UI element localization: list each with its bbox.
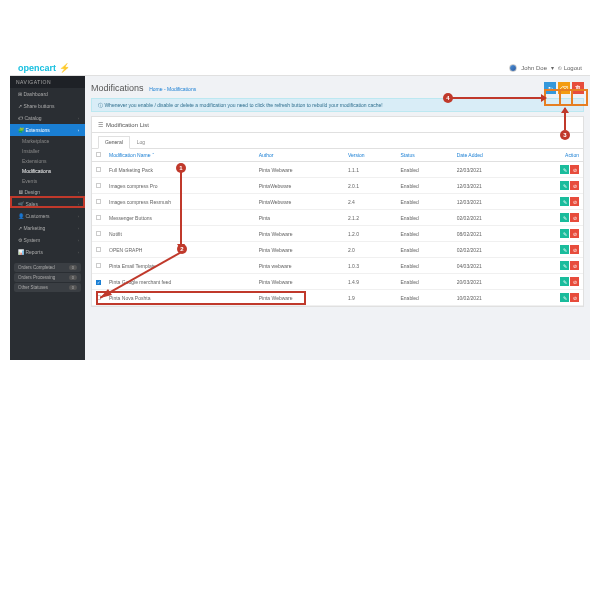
- action-buttons: ↻ ⌫ 🗑: [544, 82, 584, 94]
- row-delete-button[interactable]: ⊘: [570, 261, 579, 270]
- row-delete-button[interactable]: ⊘: [570, 277, 579, 286]
- row-checkbox[interactable]: [96, 295, 101, 300]
- cell-status: Enabled: [397, 258, 453, 274]
- row-delete-button[interactable]: ⊘: [570, 293, 579, 302]
- cell-status: Enabled: [397, 162, 453, 178]
- row-checkbox[interactable]: [96, 215, 101, 220]
- delete-button[interactable]: 🗑: [572, 82, 584, 94]
- sidebar-item-reports[interactable]: 📊 Reports›: [10, 246, 85, 258]
- cell-name: Pinta Google merchant feed: [105, 274, 255, 290]
- main-content: Modifications Home - Modifications ↻ ⌫ 🗑…: [85, 76, 590, 360]
- badge-other[interactable]: Other Statuses0: [14, 283, 81, 292]
- check-all[interactable]: [96, 152, 101, 157]
- logo[interactable]: opencart ⚡: [18, 63, 70, 73]
- user-name[interactable]: John Doe: [521, 65, 547, 71]
- cell-status: Enabled: [397, 194, 453, 210]
- edit-button[interactable]: ✎: [560, 181, 569, 190]
- table-row: ✓ Pinta Google merchant feed Pinta Webwa…: [92, 274, 583, 290]
- row-checkbox[interactable]: [96, 199, 101, 204]
- edit-button[interactable]: ✎: [560, 277, 569, 286]
- cell-author: Pinta Webware: [255, 226, 344, 242]
- sidebar-sub-installer[interactable]: Installer: [10, 146, 85, 156]
- cell-version: 2.0: [344, 242, 397, 258]
- row-checkbox[interactable]: [96, 183, 101, 188]
- sidebar-item-sales[interactable]: 🛒 Sales›: [10, 198, 85, 210]
- avatar[interactable]: [509, 64, 517, 72]
- info-alert: ⓘ Whenever you enable / disable or delet…: [91, 98, 584, 112]
- sidebar-item-dashboard[interactable]: ⊞ Dashboard: [10, 88, 85, 100]
- cell-date: 12/03/2021: [453, 178, 526, 194]
- cell-name: Images compress Pro: [105, 178, 255, 194]
- cell-date: 02/02/2021: [453, 210, 526, 226]
- row-checkbox[interactable]: [96, 247, 101, 252]
- row-checkbox[interactable]: ✓: [96, 280, 101, 285]
- sidebar-sub-marketplace[interactable]: Marketplace: [10, 136, 85, 146]
- col-check: [92, 149, 105, 162]
- edit-button[interactable]: ✎: [560, 213, 569, 222]
- sidebar-item-design[interactable]: 🖥 Design›: [10, 186, 85, 198]
- edit-button[interactable]: ✎: [560, 165, 569, 174]
- cell-name: Images compress Resmush: [105, 194, 255, 210]
- edit-button[interactable]: ✎: [560, 197, 569, 206]
- cell-name: Pinta Email Template: [105, 258, 255, 274]
- table-row: Full Marketing Pack Pinta Webware 1.1.1 …: [92, 162, 583, 178]
- col-author[interactable]: Author: [255, 149, 344, 162]
- edit-button[interactable]: ✎: [560, 293, 569, 302]
- nav-header: NAVIGATION: [10, 76, 85, 88]
- sidebar-item-customers[interactable]: 👤 Customers›: [10, 210, 85, 222]
- badge-processing[interactable]: Orders Processing0: [14, 273, 81, 282]
- cell-author: Pinta webware: [255, 258, 344, 274]
- cell-version: 1.2.0: [344, 226, 397, 242]
- cell-version: 2.1.2: [344, 210, 397, 226]
- row-checkbox[interactable]: [96, 231, 101, 236]
- row-checkbox[interactable]: [96, 167, 101, 172]
- col-action: Action: [525, 149, 583, 162]
- col-date[interactable]: Date Added: [453, 149, 526, 162]
- bc-home[interactable]: Home: [149, 86, 162, 92]
- panel-header: ☰ Modification List: [92, 117, 583, 133]
- cell-author: Pinta: [255, 210, 344, 226]
- mod-table: Modification Name ˄ Author Version Statu…: [92, 149, 583, 306]
- cell-date: 10/02/2021: [453, 290, 526, 306]
- cell-status: Enabled: [397, 178, 453, 194]
- tab-general[interactable]: General: [98, 136, 130, 149]
- badge-completed[interactable]: Orders Completed0: [14, 263, 81, 272]
- cell-author: PintaWebware: [255, 178, 344, 194]
- edit-button[interactable]: ✎: [560, 229, 569, 238]
- table-row: Notifit Pinta Webware 1.2.0 Enabled 08/0…: [92, 226, 583, 242]
- tabs: General Log: [92, 133, 583, 149]
- col-name[interactable]: Modification Name ˄: [105, 149, 255, 162]
- clear-button[interactable]: ⌫: [558, 82, 570, 94]
- sidebar-sub-events[interactable]: Events: [10, 176, 85, 186]
- breadcrumb: Home - Modifications: [149, 86, 196, 92]
- cell-version: 1.1.1: [344, 162, 397, 178]
- sidebar-item-share[interactable]: ↗ Share buttons: [10, 100, 85, 112]
- refresh-button[interactable]: ↻: [544, 82, 556, 94]
- sidebar-sub-modifications[interactable]: Modifications: [10, 166, 85, 176]
- cell-author: Pinta Webware: [255, 242, 344, 258]
- col-version[interactable]: Version: [344, 149, 397, 162]
- cell-name: OPEN GRAPH: [105, 242, 255, 258]
- sidebar-item-extensions[interactable]: 🧩 Extensions›: [10, 124, 85, 136]
- row-delete-button[interactable]: ⊘: [570, 165, 579, 174]
- row-delete-button[interactable]: ⊘: [570, 213, 579, 222]
- row-delete-button[interactable]: ⊘: [570, 229, 579, 238]
- sidebar-item-catalog[interactable]: 🏷 Catalog›: [10, 112, 85, 124]
- cell-author: PintaWebware: [255, 194, 344, 210]
- cell-date: 12/03/2021: [453, 194, 526, 210]
- sidebar-sub-extensions[interactable]: Extensions: [10, 156, 85, 166]
- row-delete-button[interactable]: ⊘: [570, 197, 579, 206]
- row-delete-button[interactable]: ⊘: [570, 181, 579, 190]
- sidebar-item-marketing[interactable]: ↗ Marketing›: [10, 222, 85, 234]
- sidebar-item-system[interactable]: ⚙ System›: [10, 234, 85, 246]
- edit-button[interactable]: ✎: [560, 245, 569, 254]
- bc-current[interactable]: Modifications: [167, 86, 196, 92]
- edit-button[interactable]: ✎: [560, 261, 569, 270]
- logout-link[interactable]: ⎋ Logout: [558, 65, 582, 71]
- tab-log[interactable]: Log: [130, 136, 152, 148]
- cell-author: Pinta Webware: [255, 290, 344, 306]
- row-checkbox[interactable]: [96, 263, 101, 268]
- user-area: John Doe▾ ⎋ Logout: [509, 64, 582, 72]
- row-delete-button[interactable]: ⊘: [570, 245, 579, 254]
- col-status[interactable]: Status: [397, 149, 453, 162]
